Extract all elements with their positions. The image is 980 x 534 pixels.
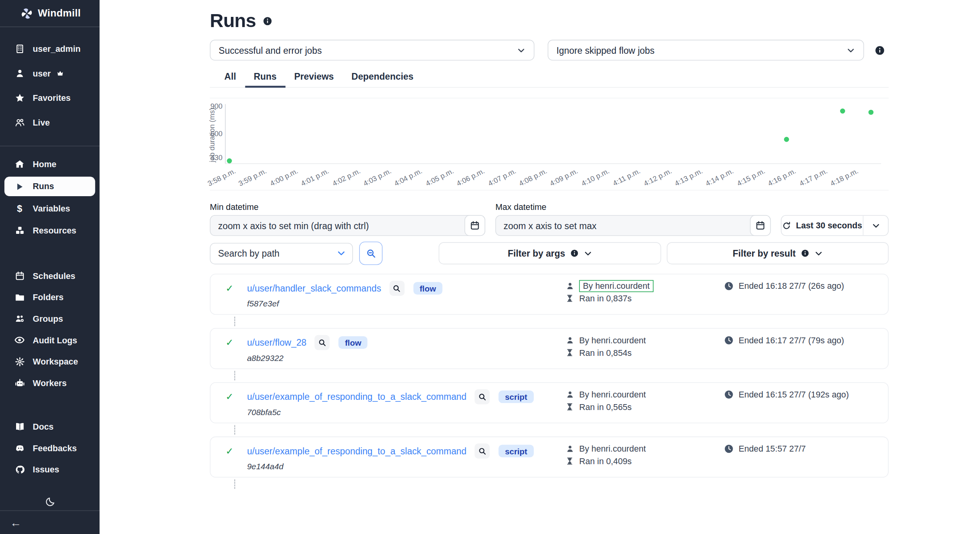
run-path-link[interactable]: u/user/handler_slack_commands [247, 283, 381, 293]
tab-previews[interactable]: Previews [285, 66, 343, 88]
sidebar-item-label: Docs [33, 422, 54, 431]
skipped-filter-info-icon[interactable] [875, 45, 885, 55]
sidebar-item-live[interactable]: Live [0, 110, 100, 135]
sidebar-item-variables[interactable]: $Variables [0, 197, 100, 219]
run-kind-badge: script [499, 445, 534, 457]
tab-dependencies[interactable]: Dependencies [343, 66, 422, 88]
run-duration: Ran in 0,837s [579, 293, 632, 303]
filter-by-result-button[interactable]: Filter by result [667, 242, 889, 264]
chevron-down-icon[interactable] [337, 248, 346, 258]
time-range-label: Last 30 seconds [796, 221, 862, 230]
search-button[interactable] [359, 242, 383, 265]
groups-icon [15, 314, 25, 323]
run-job-id: 708bfa5c [247, 408, 281, 417]
run-meta: By henri.courdentRan in 0,837s [565, 279, 653, 304]
person-icon [565, 282, 574, 290]
tab-runs[interactable]: Runs [245, 66, 285, 88]
runs-chart[interactable]: job duration (ms) 9006004303:58 p.m.3:59… [210, 98, 888, 190]
run-path-link[interactable]: u/user/flow_28 [247, 337, 307, 348]
sidebar-item-folders[interactable]: Folders [0, 286, 100, 308]
max-datetime-input[interactable] [504, 221, 745, 231]
inspect-run-button[interactable] [475, 389, 490, 405]
time-range-refresh-button[interactable]: Last 30 seconds [782, 216, 863, 235]
chart-y-tick: 430 [209, 153, 222, 161]
building-icon [15, 44, 25, 54]
windmill-app: Windmill user_adminuserFavoritesLiveHome… [0, 0, 980, 534]
sidebar-item-home[interactable]: Home [0, 153, 100, 175]
folder-icon [15, 292, 25, 302]
search-by-path-input[interactable] [218, 248, 337, 259]
sidebar-item-user[interactable]: user [0, 61, 100, 86]
sidebar-item-groups[interactable]: Groups [0, 308, 100, 330]
chart-x-tick: 4:10 p.m. [580, 167, 610, 187]
min-datetime-input[interactable] [218, 221, 459, 231]
chart-data-point[interactable] [784, 137, 789, 142]
play-icon [15, 182, 25, 191]
inspect-run-button[interactable] [389, 281, 405, 296]
max-datetime-calendar-button[interactable] [750, 215, 771, 236]
chart-x-tick: 4:12 p.m. [642, 167, 673, 187]
title-info-icon[interactable] [263, 16, 272, 26]
sidebar-item-label: Runs [33, 182, 54, 191]
jobs-filter-select[interactable]: Successful and error jobs [210, 40, 534, 60]
logo-text: Windmill [38, 7, 81, 19]
sidebar-item-workspace[interactable]: Workspace [0, 351, 100, 372]
run-row[interactable]: ✓u/user/handler_slack_commandsflowf587e3… [210, 274, 888, 315]
max-datetime-label: Max datetime [495, 202, 771, 212]
time-range-dropdown-button[interactable] [863, 216, 888, 235]
chevron-down-icon [846, 46, 855, 55]
chart-x-axis-line [225, 163, 881, 164]
windmill-logo[interactable]: Windmill [0, 0, 100, 27]
inspect-run-button[interactable] [315, 335, 330, 350]
chevron-down-icon [871, 221, 880, 230]
run-meta: By henri.courdentRan in 0,565s [565, 388, 646, 413]
run-kind-badge: script [499, 390, 534, 403]
collapse-sidebar-arrow-left-icon[interactable]: ← [10, 517, 22, 529]
inspect-run-button[interactable] [475, 443, 490, 459]
sidebar-item-feedbacks[interactable]: Feedbacks [0, 437, 100, 459]
chart-data-point[interactable] [227, 159, 232, 164]
chart-data-point[interactable] [840, 108, 845, 113]
run-row[interactable]: ✓u/user/flow_28flowa8b29322By henri.cour… [210, 328, 888, 369]
sidebar-group-workspace: user_adminuserFavoritesLive [0, 27, 100, 146]
filter-by-args-button[interactable]: Filter by args [439, 242, 661, 264]
run-row[interactable]: ✓u/user/example_of_responding_to_a_slack… [210, 382, 888, 423]
chart-x-tick: 4:09 p.m. [549, 167, 579, 187]
run-path-link[interactable]: u/user/example_of_responding_to_a_slack_… [247, 446, 466, 456]
sidebar-item-schedules[interactable]: Schedules [0, 265, 100, 286]
chart-data-point[interactable] [868, 110, 873, 115]
success-check-icon: ✓ [226, 445, 247, 457]
sidebar-item-label: Favorites [33, 93, 71, 103]
filter-by-result-label: Filter by result [733, 248, 796, 259]
chart-x-tick: 4:15 p.m. [736, 167, 766, 187]
sidebar-item-label: Workspace [33, 357, 78, 366]
sidebar-item-issues[interactable]: Issues [0, 459, 100, 480]
page-title: Runs [210, 10, 256, 32]
run-kind-badge: flow [339, 336, 368, 349]
min-datetime-calendar-button[interactable] [465, 215, 485, 236]
moon-icon[interactable] [44, 496, 55, 507]
zoom-out-magnifier-icon [366, 248, 376, 259]
run-row[interactable]: ✓u/user/example_of_responding_to_a_slack… [210, 437, 888, 478]
run-job-id: f587e3ef [247, 299, 279, 308]
success-check-icon: ✓ [226, 282, 247, 294]
sidebar-item-runs[interactable]: Runs [4, 177, 95, 196]
chart-x-tick: 4:16 p.m. [767, 167, 797, 187]
sidebar-item-audit-logs[interactable]: Audit Logs [0, 329, 100, 351]
discord-icon [15, 443, 25, 452]
sidebar-item-favorites[interactable]: Favorites [0, 86, 100, 111]
sidebar-item-docs[interactable]: Docs [0, 416, 100, 437]
windmill-logo-icon [20, 7, 33, 20]
skipped-flow-filter-select[interactable]: Ignore skipped flow jobs [548, 40, 864, 60]
info-icon [801, 249, 809, 257]
magnifier-icon [318, 339, 327, 347]
sidebar-item-resources[interactable]: Resources [0, 219, 100, 241]
skipped-flow-filter-value: Ignore skipped flow jobs [557, 45, 655, 55]
crown-icon [56, 70, 64, 77]
tab-all[interactable]: All [216, 66, 245, 88]
hourglass-icon [565, 294, 574, 303]
sidebar-item-workers[interactable]: Workers [0, 372, 100, 394]
sidebar-item-user-admin[interactable]: user_admin [0, 36, 100, 61]
calendar-icon [15, 271, 25, 281]
run-path-link[interactable]: u/user/example_of_responding_to_a_slack_… [247, 392, 466, 402]
